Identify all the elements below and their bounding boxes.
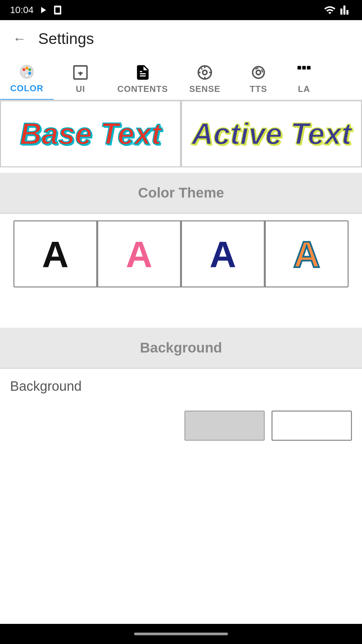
background-title: Background [140, 340, 222, 356]
swatch-box-1[interactable] [184, 411, 265, 441]
color-theme-section-header: Color Theme [0, 173, 362, 213]
tab-color-label: COLOR [10, 83, 44, 94]
svg-point-12 [256, 70, 261, 75]
theme-option-pink[interactable]: A [97, 220, 181, 287]
spacer [0, 294, 362, 314]
palette-icon [18, 63, 36, 80]
theme-letter-black: A [42, 233, 68, 275]
theme-letter-pink: A [126, 233, 152, 275]
svg-rect-13 [298, 66, 301, 70]
page-title: Settings [38, 30, 94, 48]
svg-point-3 [22, 68, 25, 71]
wifi-icon [324, 4, 336, 16]
swatch-row [0, 404, 362, 451]
preview-section: Base Text Active Text [0, 100, 362, 167]
status-bar-left: 10:04 [10, 5, 63, 15]
svg-rect-15 [307, 66, 311, 70]
svg-rect-1 [55, 7, 60, 13]
tab-la-label: LA [298, 84, 310, 94]
svg-point-6 [28, 72, 31, 75]
home-indicator [134, 633, 228, 635]
svg-rect-14 [302, 66, 306, 70]
theme-letter-navy: A [209, 233, 236, 275]
svg-point-5 [28, 68, 31, 71]
signal-icon [340, 4, 352, 16]
theme-option-black[interactable]: A [13, 220, 97, 287]
background-section-header: Background [0, 328, 362, 368]
status-bar-right [324, 4, 352, 16]
tab-sense-label: SENSE [189, 84, 220, 94]
bottom-nav-bar [0, 624, 362, 644]
tab-ui-label: UI [76, 84, 85, 94]
theme-letter-orange: A [293, 233, 320, 275]
la-icon [295, 64, 313, 81]
tab-tts[interactable]: TTS [232, 58, 285, 100]
sense-icon [196, 64, 214, 81]
background-section-content: Background [0, 369, 362, 404]
base-text-preview: Base Text [20, 117, 161, 151]
svg-point-7 [25, 73, 29, 77]
tab-tts-label: TTS [250, 84, 267, 94]
color-theme-title: Color Theme [138, 185, 224, 201]
back-arrow-icon: ← [13, 31, 26, 46]
tab-contents[interactable]: CONTENTS [107, 58, 178, 100]
preview-active[interactable]: Active Text [181, 100, 362, 167]
tab-color[interactable]: COLOR [0, 57, 54, 100]
tts-icon [250, 64, 267, 81]
ui-icon [72, 64, 89, 81]
tab-sense[interactable]: SENSE [178, 58, 232, 100]
swatch-box-2[interactable] [272, 411, 352, 441]
app-header: ← Settings [0, 20, 362, 57]
tab-bar: COLOR UI CONTENTS SENSE [0, 57, 362, 100]
contents-icon [134, 64, 152, 81]
tab-contents-label: CONTENTS [117, 84, 168, 94]
play-icon [38, 5, 48, 15]
back-button[interactable]: ← [10, 29, 29, 48]
status-time: 10:04 [10, 5, 34, 15]
active-text-preview: Active Text [192, 117, 352, 151]
svg-point-10 [203, 70, 207, 75]
preview-base[interactable]: Base Text [0, 100, 181, 167]
theme-options: A A A A [0, 214, 362, 294]
svg-point-4 [25, 67, 28, 70]
tab-la[interactable]: LA [285, 58, 323, 100]
theme-option-navy[interactable]: A [181, 220, 265, 287]
tab-ui[interactable]: UI [54, 58, 107, 100]
background-label: Background [10, 379, 81, 393]
theme-option-orange[interactable]: A [265, 220, 349, 287]
sim-icon [52, 5, 63, 15]
status-bar: 10:04 [0, 0, 362, 20]
